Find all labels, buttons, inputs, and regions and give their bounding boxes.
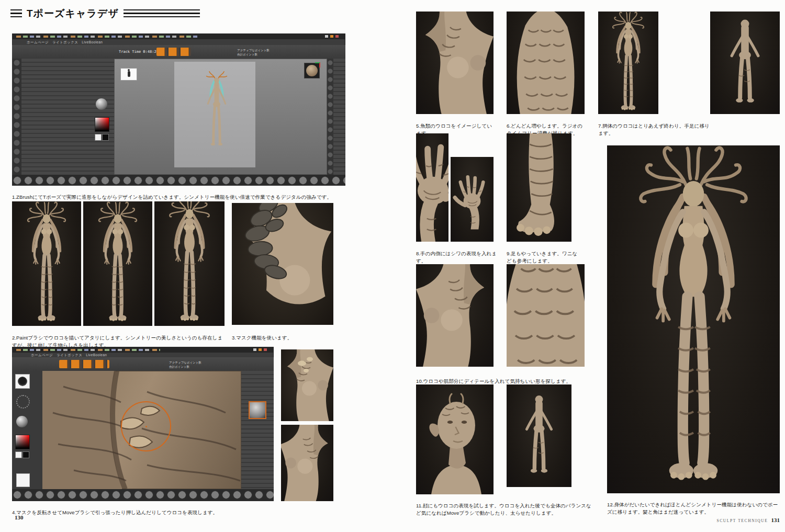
sculpt-image-step2-a (12, 201, 81, 326)
window-buttons-icon (253, 348, 271, 351)
material-sphere-icon (96, 98, 107, 110)
sculpt-image-step7-b (710, 12, 780, 114)
sculpt-image-step11-a (416, 384, 494, 494)
clay-figure-graphic (83, 201, 152, 326)
header-rule-right (124, 9, 200, 17)
page-title: Tポーズキャラデザ (27, 8, 119, 18)
caption-step11: 11.顔にもウロコの表現を試します。ウロコを入れた後でも全体のバランスなど気にな… (416, 502, 591, 517)
clay-hand-graphic (416, 133, 448, 242)
clay-neck-scales-graphic (232, 203, 333, 325)
clay-back-graphic (507, 12, 585, 114)
caption-step7: 7.胴体のウロコはとりあえず終わり。手足に移ります。 (598, 122, 711, 138)
clay-character-graphic (194, 63, 240, 171)
color-picker (95, 117, 109, 132)
clay-scales-closeup-graphic (507, 264, 585, 367)
sculpt-image-step2-b (83, 201, 152, 326)
book-spread: Tポーズキャラデザ ホームページ ライトボックス LiveBoolean Tra… (0, 0, 785, 532)
spinner-icon (16, 395, 30, 409)
mini-figure-icon (128, 71, 130, 77)
toolbar-buttons-icon (59, 360, 109, 368)
clay-final-figure-graphic (607, 145, 780, 493)
page-header: Tポーズキャラデザ (10, 8, 200, 18)
pose-thumbnail (120, 68, 137, 81)
sculpt-image-mask-b (281, 425, 333, 501)
clay-foot-graphic (507, 133, 571, 242)
brush-thumbnail-row (12, 489, 274, 501)
sculpt-image-step6 (507, 12, 585, 114)
caption-step10: 10.ウロコや肌部分にディテールを入れて気持ちいい形を探します。 (416, 378, 589, 386)
left-panel (12, 371, 42, 489)
point-stats: アクティブなポイント数 合計ポイント数 (169, 360, 201, 369)
clay-torso-graphic (281, 425, 333, 501)
right-panel (333, 59, 345, 175)
swatch-white (15, 451, 22, 458)
sculpt-image-step10-b (507, 264, 585, 367)
zbrush-menubar (12, 33, 345, 39)
subtool-thumbnail (249, 401, 266, 419)
total-points-label: 合計ポイント数 (237, 52, 270, 56)
footer-section-label: SCULPT TECHNIQUE (716, 518, 768, 523)
right-shelf (327, 59, 333, 175)
clay-figure-back-graphic (710, 12, 780, 114)
point-stats: アクティブなポイント数 合計ポイント数 (237, 48, 270, 57)
active-points-label: アクティブなポイント数 (237, 48, 270, 52)
clay-hand-graphic (451, 157, 494, 242)
left-panel (21, 59, 114, 175)
caption-step8: 8.手の内側にはシワの表現を入れます。 (416, 250, 499, 265)
page-number-left: 130 (15, 514, 24, 520)
zbrush-toolbar: Track Time 0:48:20 hrs アクティブなポイント数 合計ポイン… (12, 45, 345, 59)
head-reference-thumbnail (304, 63, 320, 78)
swatch-white (95, 134, 102, 141)
sculpt-image-step8-b (451, 157, 494, 242)
clay-figure-back-graphic (507, 384, 571, 487)
toolbar-buttons-icon (156, 48, 191, 56)
zbrush-menubar (12, 347, 274, 353)
sculpt-image-step7-a (598, 12, 658, 114)
left-tool-strip (12, 59, 21, 175)
material-sphere-icon (16, 416, 28, 427)
sculpt-image-step8-a (416, 133, 448, 242)
clay-figure-graphic (154, 201, 225, 326)
zbrush-canvas (42, 371, 241, 489)
caption-step12: 12.身体がだいたいできればほとんどシンメトリー機能は使わないのでポーズに移りま… (607, 501, 780, 516)
sculpt-image-mask-a (281, 349, 333, 421)
brush-thumbnail-row (12, 175, 345, 186)
clay-torso-graphic (416, 264, 494, 367)
clay-torso-graphic (281, 349, 333, 421)
sculpt-image-step9 (507, 133, 571, 242)
caption-step3: 3.マスク機能を使います。 (232, 334, 337, 342)
window-buttons-icon (325, 35, 343, 38)
right-panel (241, 371, 274, 489)
swatch-black (23, 451, 29, 458)
active-points-label: アクティブなポイント数 (169, 360, 201, 365)
color-picker (15, 435, 30, 449)
page-footer-right: SCULPT TECHNIQUE131 (701, 515, 780, 524)
header-rule-left (10, 9, 22, 17)
total-points-label: 合計ポイント数 (169, 365, 201, 369)
caption-step4: 4.マスクを反転させてMoveブラシで引っ張ったり押し込んだりしてウロコを表現し… (12, 509, 274, 517)
clay-face-graphic (416, 384, 494, 494)
brush-thumbnail (15, 374, 30, 389)
brush-cursor-icon (121, 401, 171, 451)
swatch-black (102, 134, 109, 141)
clay-figure-graphic (598, 12, 658, 114)
sculpt-image-step3 (232, 203, 333, 325)
axis-gizmo-icon (315, 62, 320, 67)
alpha-thumbnail (16, 473, 30, 487)
sculpt-image-step2-c (154, 201, 225, 326)
zbrush-screenshot-step4: ホームページ ライトボックス LiveBoolean アクティブなポイント数 合… (12, 347, 274, 501)
zbrush-canvas (114, 59, 327, 175)
sculpt-image-step5 (416, 12, 494, 114)
sculpt-image-step11-b (507, 384, 571, 487)
sculpt-image-step10-a (416, 264, 494, 367)
zbrush-toolbar: アクティブなポイント数 合計ポイント数 (12, 357, 274, 371)
clay-figure-graphic (12, 201, 81, 326)
caption-step1: 1.ZBrushにてTポーズで実際に造形をしながらデザインを詰めていきます。シン… (12, 194, 339, 201)
zbrush-screenshot-step1: ホームページ ライトボックス LiveBoolean Track Time 0:… (12, 33, 345, 186)
zbrush-document-tabs: ホームページ ライトボックス LiveBoolean (27, 40, 103, 45)
caption-step9: 9.足もやっていきます。ワニなども参考にします。 (507, 250, 581, 265)
sculpt-image-step12 (607, 145, 780, 493)
clay-torso-graphic (416, 12, 494, 114)
page-number-right: 131 (771, 517, 780, 523)
